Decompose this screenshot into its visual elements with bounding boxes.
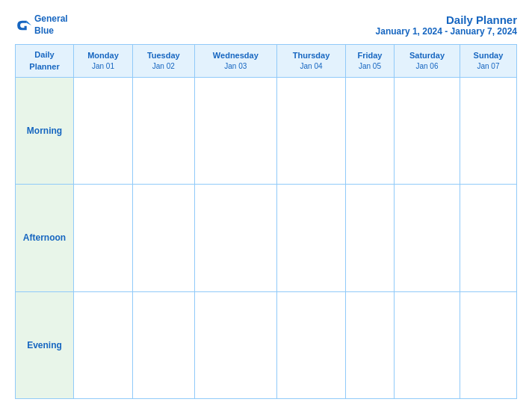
tuesday-date: Jan 02 [135,61,192,72]
evening-thursday[interactable] [277,291,346,398]
afternoon-monday[interactable] [74,185,133,291]
morning-monday[interactable] [74,77,133,184]
thursday-name: Thursday [279,50,343,61]
saturday-name: Saturday [397,50,457,61]
logo-area: General Blue [15,13,68,37]
afternoon-thursday[interactable] [277,185,346,291]
evening-friday[interactable] [345,291,394,398]
afternoon-friday[interactable] [345,185,394,291]
evening-saturday[interactable] [395,291,460,398]
calendar-table: DailyPlanner Monday Jan 01 Tuesday Jan 0… [15,44,517,399]
col-header-label-text: DailyPlanner [29,50,59,70]
morning-sunday[interactable] [460,77,516,184]
col-header-thursday: Thursday Jan 04 [277,45,346,78]
wednesday-date: Jan 03 [197,61,274,72]
morning-wednesday[interactable] [194,77,276,184]
sunday-date: Jan 07 [463,61,514,72]
afternoon-tuesday[interactable] [132,185,194,291]
col-header-friday: Friday Jan 05 [345,45,394,78]
evening-sunday[interactable] [460,291,516,398]
afternoon-sunday[interactable] [460,185,516,291]
row-label-evening: Evening [16,291,74,398]
page: General Blue Daily Planner January 1, 20… [0,0,532,411]
row-morning: Morning [16,77,517,184]
afternoon-saturday[interactable] [395,185,460,291]
row-label-morning: Morning [16,77,74,184]
planner-title: Daily Planner [376,13,517,26]
thursday-date: Jan 04 [279,61,343,72]
col-header-label: DailyPlanner [16,45,74,78]
evening-wednesday[interactable] [194,291,276,398]
col-header-monday: Monday Jan 01 [74,45,133,78]
morning-tuesday[interactable] [132,77,194,184]
logo-general: General [34,13,68,24]
planner-dates: January 1, 2024 - January 7, 2024 [376,26,517,37]
sunday-name: Sunday [463,50,514,61]
saturday-date: Jan 06 [397,61,457,72]
morning-saturday[interactable] [395,77,460,184]
header: General Blue Daily Planner January 1, 20… [15,13,517,37]
svg-marker-0 [27,20,31,25]
col-header-saturday: Saturday Jan 06 [395,45,460,78]
row-evening: Evening [16,291,517,398]
wednesday-name: Wednesday [197,50,274,61]
monday-name: Monday [76,50,130,61]
logo-blue: Blue [34,25,54,36]
col-header-tuesday: Tuesday Jan 02 [132,45,194,78]
generalblue-logo-icon [15,17,31,34]
col-header-wednesday: Wednesday Jan 03 [194,45,276,78]
row-afternoon: Afternoon [16,185,517,291]
friday-name: Friday [348,50,392,61]
row-label-afternoon: Afternoon [16,185,74,291]
evening-monday[interactable] [74,291,133,398]
friday-date: Jan 05 [348,61,392,72]
col-header-sunday: Sunday Jan 07 [460,45,516,78]
afternoon-wednesday[interactable] [194,185,276,291]
evening-tuesday[interactable] [132,291,194,398]
morning-friday[interactable] [345,77,394,184]
logo-text: General Blue [34,13,68,37]
monday-date: Jan 01 [76,61,130,72]
tuesday-name: Tuesday [135,50,192,61]
title-area: Daily Planner January 1, 2024 - January … [376,13,517,37]
morning-thursday[interactable] [277,77,346,184]
